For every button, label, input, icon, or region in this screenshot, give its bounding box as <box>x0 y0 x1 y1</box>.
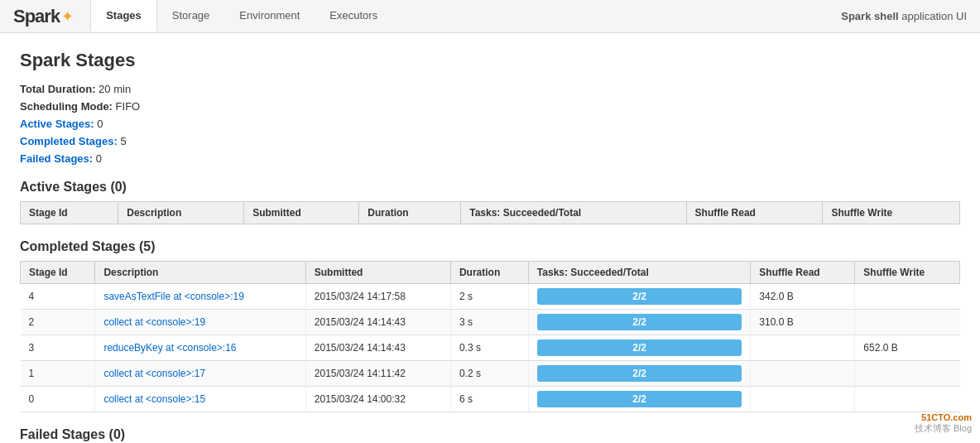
col-header: Duration <box>359 202 461 224</box>
meta-label-duration: Total Duration: <box>20 83 95 95</box>
table-row: 4saveAsTextFile at <console>:192015/03/2… <box>21 284 960 310</box>
stage-link[interactable]: reduceByKey at <console>:16 <box>103 342 236 354</box>
nav-tab-executors[interactable]: Executors <box>315 0 392 32</box>
stage-link[interactable]: collect at <console>:19 <box>103 316 205 328</box>
nav-tab-storage[interactable]: Storage <box>157 0 225 32</box>
table-cell: 0 <box>21 387 95 412</box>
meta-scheduling-mode: Scheduling Mode: FIFO <box>20 100 960 113</box>
active-stages-title: Active Stages (0) <box>20 180 960 195</box>
completed-stages-title: Completed Stages (5) <box>20 239 960 254</box>
meta-label-scheduling: Scheduling Mode: <box>20 100 113 113</box>
completed-stages-link[interactable]: Completed Stages: <box>20 135 118 147</box>
watermark-blog: 技术博客 Blog <box>915 423 972 433</box>
table-cell: 2015/03/24 14:17:58 <box>305 284 450 310</box>
table-cell <box>855 310 960 335</box>
col-header: Shuffle Read <box>686 202 823 224</box>
watermark: 51CTO.com 技术博客 Blog <box>915 412 972 435</box>
table-cell: 2/2 <box>528 335 750 361</box>
watermark-site: 51CTO.com <box>921 412 972 422</box>
table-cell: 4 <box>21 284 95 310</box>
table-cell: 0.3 s <box>450 335 528 361</box>
nav-tabs: StagesStorageEnvironmentExecutors <box>90 0 392 32</box>
table-cell: 2/2 <box>528 310 750 335</box>
table-cell[interactable]: reduceByKey at <console>:16 <box>95 335 305 361</box>
table-cell: 310.0 B <box>751 310 855 335</box>
failed-stages-link[interactable]: Failed Stages: <box>20 152 93 165</box>
table-cell: 652.0 B <box>855 335 960 361</box>
progress-bar: 2/2 <box>537 391 742 407</box>
col-header: Tasks: Succeeded/Total <box>461 202 686 224</box>
table-cell: 2 <box>21 310 95 335</box>
progress-bar: 2/2 <box>537 365 742 382</box>
progress-bar: 2/2 <box>537 288 742 305</box>
table-cell: 2 s <box>450 284 528 310</box>
table-cell[interactable]: saveAsTextFile at <console>:19 <box>95 284 305 310</box>
stage-link[interactable]: collect at <console>:15 <box>103 393 205 405</box>
table-cell: 0.2 s <box>450 361 528 387</box>
col-header: Shuffle Write <box>855 262 960 284</box>
app-info: Spark shell application UI <box>841 10 967 22</box>
table-cell <box>855 361 960 387</box>
active-stages-table: Stage IdDescriptionSubmittedDurationTask… <box>20 201 960 224</box>
progress-bar: 2/2 <box>537 314 742 330</box>
completed-stages-table: Stage IdDescriptionSubmittedDurationTask… <box>20 261 960 412</box>
col-header: Shuffle Read <box>751 262 855 284</box>
table-cell[interactable]: collect at <console>:17 <box>95 361 305 387</box>
stage-link[interactable]: collect at <console>:17 <box>103 368 205 379</box>
logo-icon: ✦ <box>61 7 74 26</box>
table-cell <box>751 335 855 361</box>
table-cell[interactable]: collect at <console>:15 <box>95 387 305 412</box>
table-cell[interactable]: collect at <console>:19 <box>95 310 305 335</box>
table-cell: 2/2 <box>528 284 750 310</box>
table-cell: 2015/03/24 14:11:42 <box>305 361 450 387</box>
col-header: Submitted <box>244 202 359 224</box>
table-cell: 2/2 <box>528 387 750 412</box>
active-stages-count: 0 <box>97 118 103 130</box>
table-cell: 2015/03/24 14:14:43 <box>305 335 450 361</box>
table-row: 3reduceByKey at <console>:162015/03/24 1… <box>21 335 960 361</box>
active-stages-header: Stage IdDescriptionSubmittedDurationTask… <box>21 202 960 224</box>
table-cell <box>855 284 960 310</box>
col-header: Submitted <box>305 262 450 284</box>
meta-active-stages: Active Stages: 0 <box>20 118 960 130</box>
col-header: Description <box>95 262 305 284</box>
progress-bar: 2/2 <box>537 339 742 356</box>
nav-tab-stages[interactable]: Stages <box>90 0 157 31</box>
table-cell <box>751 387 855 412</box>
stage-link[interactable]: saveAsTextFile at <console>:19 <box>103 291 243 302</box>
app-logo: Spark ✦ <box>13 6 74 27</box>
table-cell <box>855 387 960 412</box>
meta-failed-stages: Failed Stages: 0 <box>20 152 960 165</box>
table-cell: 6 s <box>450 387 528 412</box>
meta-completed-stages: Completed Stages: 5 <box>20 135 960 147</box>
table-cell: 2/2 <box>528 361 750 387</box>
table-row: 0collect at <console>:152015/03/24 14:00… <box>21 387 960 412</box>
table-cell: 2015/03/24 14:14:43 <box>305 310 450 335</box>
col-header: Stage Id <box>21 262 95 284</box>
navbar: Spark ✦ StagesStorageEnvironmentExecutor… <box>0 0 980 33</box>
table-cell: 1 <box>21 361 95 387</box>
completed-stages-count: 5 <box>120 135 126 147</box>
logo-text: Spark <box>13 6 60 27</box>
col-header: Description <box>118 202 244 224</box>
table-cell: 2015/03/24 14:00:32 <box>305 387 450 412</box>
table-row: 1collect at <console>:172015/03/24 14:11… <box>21 361 960 387</box>
table-cell: 342.0 B <box>751 284 855 310</box>
completed-stages-header: Stage IdDescriptionSubmittedDurationTask… <box>21 262 960 284</box>
col-header: Stage Id <box>21 202 118 224</box>
col-header: Tasks: Succeeded/Total <box>528 262 750 284</box>
failed-stages-count: 0 <box>96 152 102 165</box>
col-header: Duration <box>450 262 528 284</box>
failed-stages-title: Failed Stages (0) <box>20 427 960 442</box>
nav-tab-environment[interactable]: Environment <box>224 0 315 32</box>
table-cell: 3 s <box>450 310 528 335</box>
page-title: Spark Stages <box>20 50 960 71</box>
table-cell <box>751 361 855 387</box>
table-row: 2collect at <console>:192015/03/24 14:14… <box>21 310 960 335</box>
active-stages-link[interactable]: Active Stages: <box>20 118 94 130</box>
main-content: Spark Stages Total Duration: 20 min Sche… <box>0 33 980 443</box>
table-cell: 3 <box>21 335 95 361</box>
meta-value-duration: 20 min <box>98 83 131 95</box>
meta-total-duration: Total Duration: 20 min <box>20 83 960 95</box>
meta-value-scheduling: FIFO <box>116 100 141 113</box>
